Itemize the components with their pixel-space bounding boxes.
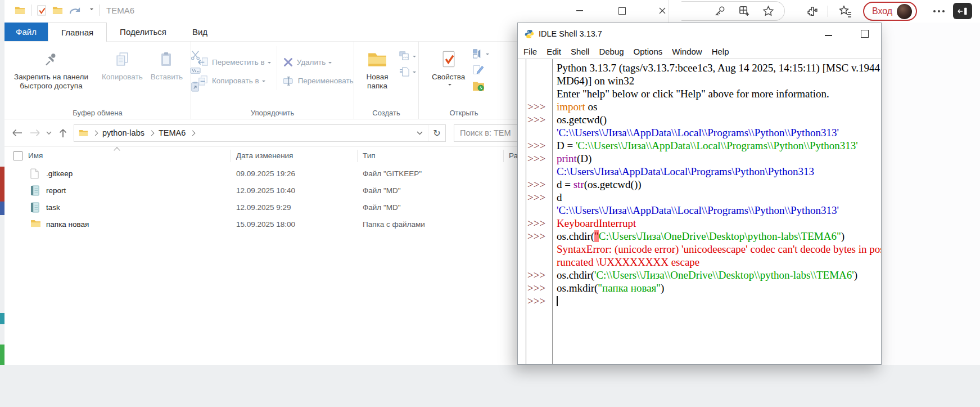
properties-button[interactable]: Свойства: [428, 46, 469, 92]
forward-icon[interactable]: [30, 129, 40, 137]
shell-line: >>>: [518, 294, 881, 307]
menu-item-file[interactable]: File: [523, 47, 537, 56]
shell-prompt: >>>: [527, 217, 552, 230]
shell-line: >>>import os: [518, 100, 881, 113]
favorites-star-icon[interactable]: [762, 5, 774, 17]
code-segment: ): [854, 269, 857, 281]
edit-icon[interactable]: [472, 64, 489, 75]
code-segment: str: [573, 178, 584, 190]
delete-button[interactable]: Удалить: [277, 53, 354, 71]
code-segment: D =: [557, 140, 576, 151]
sidebar-toggle-icon[interactable]: [953, 3, 972, 19]
new-item-icon[interactable]: [399, 66, 416, 77]
breadcrumb-item[interactable]: ТЕМА6: [159, 128, 186, 137]
column-header-type[interactable]: Тип: [363, 151, 376, 160]
folder-icon: [15, 6, 25, 15]
menu-item-help[interactable]: Help: [712, 47, 729, 56]
select-all-checkbox[interactable]: [13, 151, 22, 160]
column-divider[interactable]: [357, 150, 358, 162]
ribbon-tab-view[interactable]: Вид: [179, 23, 220, 41]
extensions-puzzle-icon[interactable]: [806, 5, 819, 17]
copy-label: Копировать: [102, 73, 143, 82]
new-folder-button[interactable]: Новая папка: [359, 46, 396, 92]
qat-dropdown-icon[interactable]: [90, 8, 93, 12]
shell-line: MD64)] on win32: [518, 74, 881, 87]
desktop-edge: [0, 202, 4, 215]
new-folder-icon: [367, 47, 387, 71]
shell-prompt: >>>: [527, 152, 552, 165]
menu-item-options[interactable]: Options: [634, 47, 663, 56]
history-icon[interactable]: [472, 80, 489, 92]
collections-star-list-icon[interactable]: [839, 5, 852, 17]
paste-button[interactable]: Вставить: [147, 46, 187, 92]
ribbon-group-clipboard: Закрепить на панели быстрого доступа Коп…: [4, 42, 191, 119]
properties-check-icon[interactable]: [37, 5, 47, 16]
ribbon-tab-share[interactable]: Поделиться: [107, 23, 179, 41]
address-dropdown-chevron-icon[interactable]: [412, 131, 428, 135]
shell-line: >>>d: [518, 191, 881, 204]
shell-text-area[interactable]: Python 3.13.7 (tags/v3.13.7:bcee1c3, Aug…: [518, 59, 881, 364]
maximize-button[interactable]: [612, 2, 632, 19]
quick-access-toolbar: ТЕМА6: [15, 5, 134, 16]
shell-prompt: >>>: [527, 178, 552, 191]
shell-prompt: >>>: [527, 230, 552, 243]
more-menu-dots-icon[interactable]: [932, 10, 946, 13]
chevron-right-icon: [190, 130, 196, 136]
up-icon[interactable]: [59, 128, 67, 138]
rename-icon: [283, 75, 295, 86]
shell-line: Enter "help" below or click "Help" above…: [518, 87, 881, 100]
code-segment: "папка новая": [598, 282, 661, 294]
minimize-button[interactable]: [570, 2, 590, 19]
signin-button[interactable]: Вход: [863, 2, 917, 21]
rename-button[interactable]: Переименовать: [277, 71, 354, 90]
recent-locations-chevron-icon[interactable]: [46, 131, 52, 135]
breadcrumb: python-labsТЕМА6: [89, 128, 198, 137]
code-segment: (os.getcwd()): [584, 178, 642, 190]
move-to-button[interactable]: Переместить в: [191, 53, 271, 71]
menu-item-window[interactable]: Window: [672, 47, 702, 56]
ribbon-tab-file[interactable]: Файл: [4, 23, 48, 41]
copy-to-label: Копировать в: [212, 77, 259, 85]
code-segment: import: [557, 101, 585, 113]
close-button[interactable]: [652, 2, 672, 19]
refresh-icon[interactable]: ↻: [428, 125, 445, 141]
idle-minimize-button[interactable]: [818, 29, 839, 42]
column-header-date[interactable]: Дата изменения: [236, 151, 293, 160]
code-segment: 'C:\\Users\\Лиза\\OneDrive\\Desktop\\pyt…: [594, 269, 854, 281]
menu-item-debug[interactable]: Debug: [599, 47, 624, 56]
pin-icon: [44, 47, 58, 71]
pin-to-quick-access-button[interactable]: Закрепить на панели быстрого доступа: [4, 46, 98, 92]
column-divider[interactable]: [503, 150, 504, 162]
code-segment: ): [661, 282, 664, 294]
menu-item-shell[interactable]: Shell: [571, 47, 589, 56]
address-input[interactable]: python-labsТЕМА6 ↻: [74, 124, 446, 142]
column-header-name[interactable]: Имя: [28, 151, 43, 160]
collections-grid-icon[interactable]: [738, 5, 750, 17]
shell-line: C:\Users\Лиза\AppData\Local\Programs\Pyt…: [518, 165, 881, 178]
shell-line: SyntaxError: (unicode error) 'unicodeesc…: [518, 243, 881, 256]
breadcrumb-item[interactable]: python-labs: [102, 128, 144, 137]
ribbon-group-new: Новая папка Создать: [354, 42, 419, 119]
file-name: report: [46, 186, 66, 195]
column-divider[interactable]: [231, 150, 231, 162]
shell-prompt: >>>: [527, 269, 552, 281]
move-to-icon: [197, 56, 209, 68]
back-icon[interactable]: [12, 129, 22, 137]
copy-to-button[interactable]: Копировать в: [191, 71, 271, 90]
file-type: Файл "MD": [363, 203, 401, 212]
easy-access-icon[interactable]: [399, 51, 416, 61]
password-key-icon[interactable]: [714, 5, 726, 17]
new-folder-icon[interactable]: [52, 6, 63, 15]
group-label-open: Открыть: [419, 109, 509, 117]
search-placeholder: Поиск в: ТЕМ: [460, 128, 511, 137]
idle-maximize-button[interactable]: [854, 26, 875, 41]
redo-icon[interactable]: [69, 5, 82, 16]
open-options-icon[interactable]: [472, 48, 489, 59]
copy-button[interactable]: Копировать: [98, 46, 147, 92]
group-label-new: Создать: [354, 109, 418, 117]
ribbon-tab-home[interactable]: Главная: [48, 23, 107, 42]
ribbon-group-organize: Переместить в Копировать в: [191, 42, 354, 119]
code-segment: C:\Users\Лиза\AppData\Local\Programs\Pyt…: [557, 166, 814, 177]
menu-item-edit[interactable]: Edit: [547, 47, 561, 56]
new-folder-label-2: папка: [367, 82, 387, 90]
